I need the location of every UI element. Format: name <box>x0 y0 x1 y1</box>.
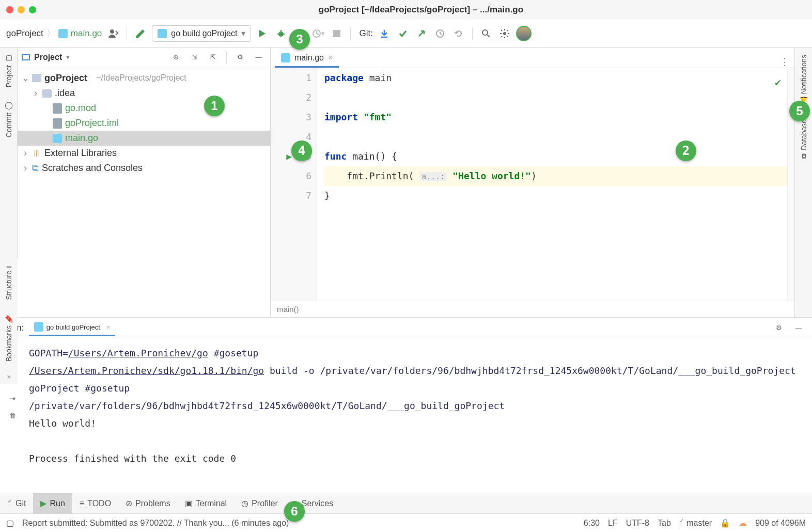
tab-profiler[interactable]: ◷Profiler <box>234 493 285 513</box>
lock-icon[interactable]: 🔒 <box>720 518 730 528</box>
callout-3: 3 <box>289 29 310 50</box>
svg-line-17 <box>507 36 508 37</box>
rail-notifications[interactable]: 🔔 Notifications <box>799 52 809 108</box>
titlebar: goProject [~/IdeaProjects/goProject] – .… <box>0 0 812 20</box>
build-button[interactable] <box>133 26 148 41</box>
code-text[interactable]: package main import "fmt" func main() { … <box>317 68 794 301</box>
editor-tab-maingo[interactable]: main.go× <box>275 49 339 68</box>
status-branch[interactable]: ᚶ master <box>679 519 712 528</box>
check-icon[interactable]: ✔ <box>775 72 781 92</box>
tree-scratches[interactable]: ›⧉Scratches and Consoles <box>18 161 270 176</box>
debug-button[interactable] <box>274 26 288 41</box>
svg-point-9 <box>482 30 488 35</box>
user-avatar[interactable] <box>516 26 532 41</box>
git-rollback-button[interactable] <box>451 26 466 41</box>
maximize-window[interactable] <box>29 6 36 13</box>
tab-terminal[interactable]: ▣Terminal <box>178 493 234 513</box>
sync-icon[interactable]: ☁ <box>739 518 747 528</box>
rail-commit[interactable]: Commit ◯ <box>4 99 14 140</box>
window-controls <box>6 6 36 13</box>
callout-6: 6 <box>284 501 305 522</box>
run-config-label: go build goProject <box>171 29 237 38</box>
code-area[interactable]: 1 2 3 4 ▶5 6 7 package main import "fmt"… <box>271 68 794 301</box>
rail-database[interactable]: 🛢 Database <box>799 116 809 163</box>
exit-icon[interactable]: ⇥ <box>10 395 15 402</box>
minimize-window[interactable] <box>18 6 25 13</box>
rail-project[interactable]: Project ▢ <box>4 52 14 91</box>
editor-breadcrumb[interactable]: main() <box>271 301 794 317</box>
dropdown-icon[interactable]: ▾ <box>66 53 70 61</box>
hide-icon[interactable]: — <box>791 321 806 335</box>
callout-4: 4 <box>291 140 312 161</box>
status-window-icon[interactable]: ▢ <box>6 518 14 528</box>
git-history-button[interactable] <box>433 26 447 41</box>
status-lineending[interactable]: LF <box>608 519 618 528</box>
trash-icon[interactable]: 🗑 <box>9 412 16 419</box>
svg-rect-6 <box>333 30 340 37</box>
libraries-icon: ⫼ <box>32 148 41 159</box>
tab-run[interactable]: ▶Run <box>33 493 72 513</box>
tree-root[interactable]: ⌄goProject ~/IdeaProjects/goProject <box>18 70 270 86</box>
console-link[interactable]: /Users/Artem.Pronichev/sdk/go1.18.1/bin/… <box>29 365 264 376</box>
close-icon[interactable]: × <box>106 323 111 331</box>
project-panel: Project ▾ ⊕ ⇲ ⇱ ⚙ — ⌄goProject ~/IdeaPro… <box>18 48 271 317</box>
profile-button[interactable]: ▾ <box>311 26 325 41</box>
tree-iml[interactable]: goProject.iml <box>18 116 270 131</box>
expand-icon[interactable]: ⇲ <box>187 50 201 65</box>
gear-icon[interactable]: ⚙ <box>233 50 247 65</box>
git-push-button[interactable] <box>414 26 429 41</box>
main-area: Project ▢ Commit ◯ Project ▾ ⊕ ⇲ ⇱ ⚙ — ⌄… <box>0 48 812 317</box>
console-link[interactable]: /Users/Artem.Pronichev/go <box>68 348 208 358</box>
tab-todo[interactable]: ≡TODO <box>72 493 118 513</box>
terminal-icon: ▣ <box>185 498 193 508</box>
tree-gomod[interactable]: go.mod <box>18 101 270 116</box>
rail-structure[interactable]: Structure ⫴ <box>4 262 14 303</box>
rail-bookmarks[interactable]: Bookmarks 🔖 <box>4 311 14 365</box>
settings-button[interactable] <box>497 26 512 41</box>
status-memory[interactable]: 909 of 4096M <box>755 519 806 528</box>
profiler-icon: ◷ <box>241 498 248 508</box>
tab-git[interactable]: ᚶGit <box>0 493 33 513</box>
console[interactable]: GOPATH=/Users/Artem.Pronichev/go #gosetu… <box>25 338 812 493</box>
dropdown-icon: ▾ <box>241 28 245 38</box>
svg-line-10 <box>487 35 490 37</box>
tree-maingo[interactable]: main.go <box>18 131 270 146</box>
project-title[interactable]: Project <box>34 53 62 62</box>
breadcrumb-file[interactable]: main.go <box>71 28 102 39</box>
run-header: Run: go build goProject× ⚙ — <box>0 318 812 338</box>
status-position[interactable]: 6:30 <box>584 519 600 528</box>
tree-idea[interactable]: ›.idea <box>18 86 270 101</box>
run-tab[interactable]: go build goProject× <box>29 319 116 336</box>
tree-external-libs[interactable]: ›⫼External Libraries <box>18 146 270 161</box>
close-icon[interactable]: × <box>328 53 333 62</box>
run-button[interactable] <box>255 26 270 41</box>
status-encoding[interactable]: UTF-8 <box>626 519 649 528</box>
hide-icon[interactable]: — <box>252 50 266 65</box>
search-button[interactable] <box>479 26 493 41</box>
gear-icon[interactable]: ⚙ <box>772 321 786 335</box>
run-panel: Run: go build goProject× ⚙ — ▶ 🔧 ■ ⇥ 🗑 G… <box>0 317 812 493</box>
status-indent[interactable]: Tab <box>658 519 671 528</box>
stop-button[interactable] <box>330 26 344 41</box>
list-icon: ≡ <box>80 499 84 508</box>
user-icon[interactable] <box>106 26 120 41</box>
more-icon[interactable]: ⋮ <box>780 56 789 68</box>
close-window[interactable] <box>6 6 13 13</box>
svg-line-18 <box>501 36 502 37</box>
callout-5: 5 <box>789 101 810 121</box>
git-pull-button[interactable] <box>377 26 392 41</box>
collapse-icon[interactable]: ⇱ <box>206 50 220 65</box>
folder-icon <box>32 74 41 82</box>
git-commit-button[interactable] <box>396 26 410 41</box>
breadcrumb[interactable]: goProject 〉 main.go <box>6 27 102 39</box>
run-config-selector[interactable]: go build goProject ▾ <box>152 25 251 42</box>
breadcrumb-sep: 〉 <box>46 27 55 39</box>
project-header: Project ▾ ⊕ ⇲ ⇱ ⚙ — <box>18 48 270 67</box>
scratches-icon: ⧉ <box>32 163 39 174</box>
warning-icon: ⊘ <box>126 498 132 508</box>
tab-problems[interactable]: ⊘Problems <box>118 493 178 513</box>
gutter[interactable]: 1 2 3 4 ▶5 6 7 <box>271 68 317 301</box>
folder-icon: ▢ <box>5 55 13 63</box>
breadcrumb-project[interactable]: goProject <box>6 28 43 39</box>
locate-icon[interactable]: ⊕ <box>168 50 183 65</box>
